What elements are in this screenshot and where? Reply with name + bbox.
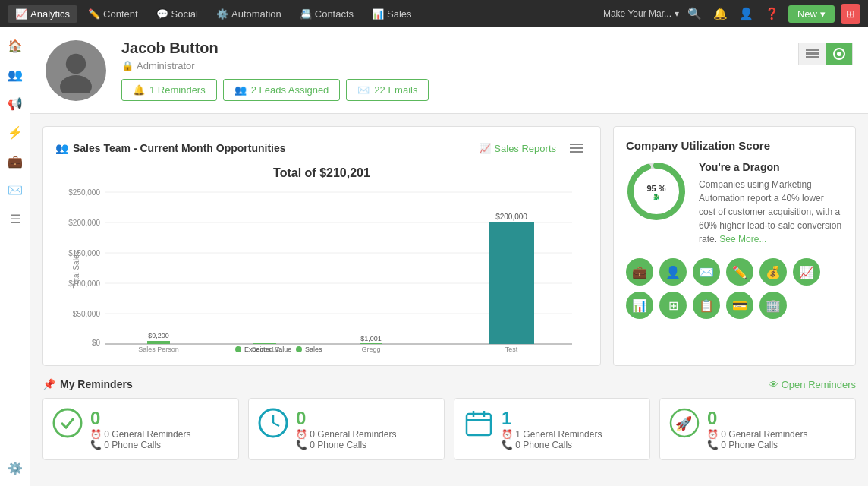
score-description: You're a Dragon Companies using Marketin… bbox=[699, 161, 843, 246]
reminder-card-2: 1 ⏰ 1 General Reminders 📞 0 Phone Calls bbox=[454, 398, 650, 460]
svg-text:Total Sales: Total Sales bbox=[72, 251, 80, 289]
sidebar-users[interactable]: 👥 bbox=[3, 62, 27, 87]
svg-text:$200,000: $200,000 bbox=[495, 213, 527, 221]
phone-reminder-1: 📞 0 Phone Calls bbox=[296, 440, 396, 450]
nav-sales-label: Sales bbox=[387, 8, 412, 20]
reminders-title: 📌 My Reminders bbox=[42, 378, 133, 390]
chart-total: Total of $210,201 bbox=[55, 166, 588, 180]
view-toggle bbox=[798, 43, 853, 65]
sidebar-briefcase[interactable]: 💼 bbox=[3, 149, 27, 173]
new-button[interactable]: New ▾ bbox=[788, 5, 835, 23]
help-button[interactable]: ❓ bbox=[763, 4, 782, 24]
nav-content[interactable]: ✏️ Content bbox=[80, 5, 146, 23]
card-view-button[interactable] bbox=[826, 43, 853, 65]
svg-text:Gregg: Gregg bbox=[361, 346, 380, 353]
chart-header: 👥 Sales Team - Current Month Opportuniti… bbox=[55, 139, 588, 157]
nav-automation[interactable]: ⚙️ Automation bbox=[209, 5, 289, 23]
svg-text:Sales Person: Sales Person bbox=[138, 346, 179, 353]
svg-point-37 bbox=[54, 409, 81, 437]
phone-reminder-2: 📞 0 Phone Calls bbox=[502, 440, 602, 450]
sales-reports-link[interactable]: 📈 Sales Reports bbox=[479, 143, 556, 154]
profile-info: Jacob Button 🔒 Administrator 🔔 1 Reminde… bbox=[121, 39, 783, 101]
bar-chart: $250,000 $200,000 $150,000 $100,000 $50,… bbox=[55, 186, 588, 353]
nav-automation-label: Automation bbox=[231, 8, 281, 20]
reminders-section: 📌 My Reminders 👁 Open Reminders 0 bbox=[30, 378, 868, 472]
nav-right: Make Your Mar... ▾ 🔍 🔔 👤 ❓ New ▾ ⊞ bbox=[603, 4, 860, 24]
reminders-button[interactable]: 🔔 1 Reminders bbox=[121, 79, 217, 101]
feature-clipboard-icon[interactable]: 📋 bbox=[693, 292, 720, 319]
sidebar-filter[interactable]: ⚡ bbox=[3, 120, 27, 144]
chart-menu-button[interactable] bbox=[565, 139, 588, 157]
svg-text:$0: $0 bbox=[92, 339, 101, 347]
profile-actions: 🔔 1 Reminders 👥 2 Leads Assigned ✉️ 22 E… bbox=[121, 79, 783, 101]
chevron-down-icon: ▾ bbox=[820, 8, 826, 20]
sidebar-home[interactable]: 🏠 bbox=[3, 33, 27, 58]
table-icon bbox=[806, 49, 819, 59]
svg-text:Sales: Sales bbox=[305, 346, 322, 353]
dragon-icon: 🐉 bbox=[653, 194, 660, 200]
notifications-button[interactable]: 🔔 bbox=[711, 4, 731, 24]
svg-rect-23 bbox=[253, 343, 276, 344]
sidebar-mail[interactable]: ✉️ bbox=[3, 178, 27, 202]
sales-icon: 📊 bbox=[372, 8, 384, 20]
feature-user-icon[interactable]: 👤 bbox=[659, 258, 687, 286]
nav-content-label: Content bbox=[103, 8, 138, 20]
phone-reminder-3: 📞 0 Phone Calls bbox=[707, 440, 807, 450]
leads-button[interactable]: 👥 2 Leads Assigned bbox=[223, 79, 341, 101]
score-content: 95 % 🐉 You're a Dragon Companies using M… bbox=[626, 161, 843, 246]
svg-text:🚀: 🚀 bbox=[675, 415, 693, 432]
score-title: Company Utilization Score bbox=[626, 139, 843, 152]
svg-text:$9,200: $9,200 bbox=[148, 332, 169, 339]
svg-point-0 bbox=[66, 53, 86, 73]
user-profile-button[interactable]: 👤 bbox=[737, 4, 756, 24]
score-circle: 95 % 🐉 bbox=[626, 161, 687, 222]
svg-rect-41 bbox=[467, 414, 491, 435]
table-view-button[interactable] bbox=[798, 43, 826, 65]
search-button[interactable]: 🔍 bbox=[685, 4, 705, 24]
feature-chart-icon[interactable]: 📈 bbox=[793, 258, 820, 286]
see-more-link[interactable]: See More... bbox=[719, 234, 766, 245]
sidebar-list[interactable]: ☰ bbox=[3, 207, 27, 231]
reminder-clock-icon bbox=[258, 408, 288, 438]
nav-analytics-label: Analytics bbox=[30, 8, 70, 20]
shield-icon: 🔒 bbox=[121, 60, 134, 71]
top-navigation: 📈 Analytics ✏️ Content 💬 Social ⚙️ Autom… bbox=[0, 0, 868, 27]
reminders-header: 📌 My Reminders 👁 Open Reminders bbox=[42, 378, 856, 390]
card-icon bbox=[833, 48, 845, 60]
main-content: Jacob Button 🔒 Administrator 🔔 1 Reminde… bbox=[30, 27, 868, 486]
sidebar-settings[interactable]: ⚙️ bbox=[3, 456, 27, 480]
feature-bar-icon[interactable]: 📊 bbox=[626, 292, 653, 319]
feature-edit-icon[interactable]: ✏️ bbox=[726, 258, 753, 286]
grid-icon[interactable]: ⊞ bbox=[841, 4, 860, 24]
new-label: New bbox=[797, 8, 817, 20]
emails-button[interactable]: ✉️ 22 Emails bbox=[346, 79, 429, 101]
contacts-icon: 📇 bbox=[300, 8, 312, 20]
open-reminders-link[interactable]: 👁 Open Reminders bbox=[769, 379, 856, 390]
phone-reminder-0: 📞 0 Phone Calls bbox=[90, 440, 190, 450]
social-icon: 💬 bbox=[156, 8, 168, 20]
sidebar-megaphone[interactable]: 📢 bbox=[3, 91, 27, 115]
avatar bbox=[46, 40, 106, 101]
reminder-rocket-icon: 🚀 bbox=[669, 408, 700, 438]
general-reminder-0: ⏰ 0 General Reminders bbox=[90, 429, 190, 440]
feature-mail-icon[interactable]: ✉️ bbox=[693, 258, 720, 286]
feature-grid-icon[interactable]: ⊞ bbox=[659, 292, 687, 319]
profile-name: Jacob Button bbox=[121, 39, 783, 57]
feature-briefcase-icon[interactable]: 💼 bbox=[626, 258, 653, 286]
left-sidebar: 🏠 👥 📢 ⚡ 💼 ✉️ ☰ ⚙️ bbox=[0, 27, 30, 486]
brand-selector[interactable]: Make Your Mar... ▾ bbox=[603, 8, 679, 19]
feature-card-icon[interactable]: 💳 bbox=[726, 292, 753, 319]
users-icon: 👥 bbox=[234, 84, 247, 96]
svg-rect-4 bbox=[806, 56, 819, 58]
reminder-card-3: 🚀 0 ⏰ 0 General Reminders 📞 0 Phone Call… bbox=[659, 398, 856, 460]
svg-text:$50,000: $50,000 bbox=[73, 310, 101, 318]
brand-label: Make Your Mar... bbox=[603, 8, 671, 19]
nav-contacts[interactable]: 📇 Contacts bbox=[292, 5, 361, 23]
nav-analytics[interactable]: 📈 Analytics bbox=[8, 5, 77, 23]
feature-building-icon[interactable]: 🏢 bbox=[760, 292, 787, 319]
profile-role: 🔒 Administrator bbox=[121, 60, 783, 71]
nav-social[interactable]: 💬 Social bbox=[149, 5, 206, 23]
nav-sales[interactable]: 📊 Sales bbox=[364, 5, 420, 23]
feature-money-icon[interactable]: 💰 bbox=[760, 258, 787, 286]
chart-title: 👥 Sales Team - Current Month Opportuniti… bbox=[55, 142, 286, 154]
